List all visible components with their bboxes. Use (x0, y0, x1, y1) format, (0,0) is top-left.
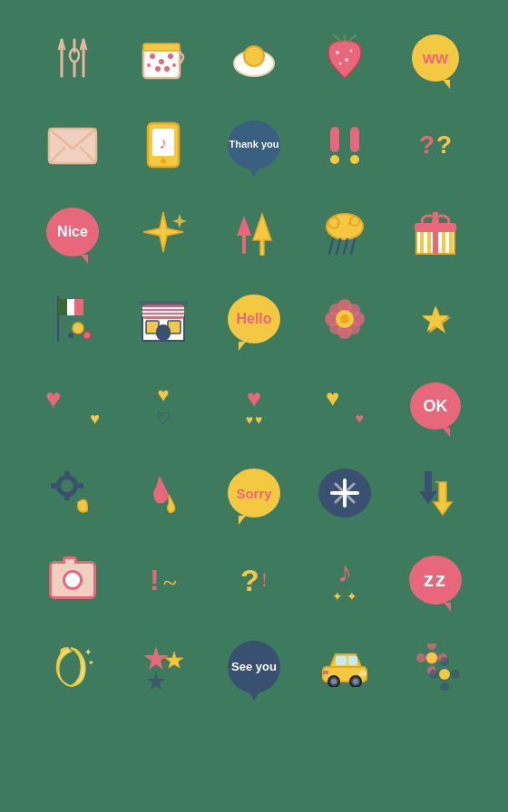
camera-lens (63, 570, 83, 590)
exclamation-sticker (326, 123, 364, 167)
svg-point-10 (150, 53, 155, 59)
svg-point-13 (155, 66, 161, 72)
cell-nice: Nice (27, 188, 118, 276)
svg-point-116 (440, 657, 449, 666)
hello-bubble-shape: Hello (228, 295, 280, 343)
svg-rect-33 (350, 127, 359, 152)
store-sticker (139, 295, 188, 343)
gift-sticker (413, 208, 458, 256)
moon-sticker: ✦ ✦ (50, 643, 95, 692)
camera-body (49, 561, 96, 599)
heart-pink-main: ♥ (247, 384, 262, 413)
cup-svg (140, 36, 187, 80)
flags-sticker (49, 295, 96, 343)
cell-star: ★ (390, 276, 481, 362)
svg-rect-71 (156, 324, 171, 341)
svg-point-16 (172, 63, 176, 67)
hearts1-sticker: ♥ ♥ (45, 383, 100, 429)
thankyou-text: Thank you (229, 139, 278, 150)
squiggle-shape: ~ (163, 568, 177, 597)
svg-point-34 (350, 155, 359, 164)
drops-svg (145, 469, 181, 517)
plus-cross-svg (328, 477, 361, 509)
svg-rect-31 (330, 127, 339, 152)
cell-exclaim-squiggle: ! ~ (118, 536, 209, 624)
envelope-svg (47, 125, 98, 165)
svg-line-44 (344, 239, 347, 254)
arrows-up-sticker (231, 208, 277, 256)
svg-point-41 (350, 217, 359, 226)
svg-marker-93 (419, 471, 437, 504)
music-sparkle-1: ✦ (332, 589, 343, 604)
drops-sticker (145, 470, 181, 516)
star-sticker: ★ (413, 296, 458, 342)
tablet-sticker: ♪ (146, 121, 181, 169)
hearts-small-row: ♥ ♥ (246, 413, 263, 428)
cell-sparkles (118, 188, 209, 276)
cell-egg (209, 14, 299, 102)
cutlery-sticker (54, 35, 91, 81)
exclaim-svg (326, 123, 364, 167)
zz-text: zz (424, 568, 447, 592)
plus-bubble-shape (318, 469, 371, 517)
thankyou-bubble-shape: Thank you (228, 121, 280, 169)
svg-point-104 (331, 679, 337, 684)
flower-cluster-sticker (412, 643, 459, 691)
svg-point-110 (427, 643, 436, 650)
cell-exclamation (299, 102, 390, 188)
stars-sticker (138, 644, 189, 690)
svg-line-43 (337, 239, 340, 254)
svg-rect-59 (67, 299, 74, 315)
sparkles-svg (140, 208, 187, 256)
svg-point-114 (426, 652, 437, 663)
cell-hello: Hello (209, 276, 299, 362)
cell-car (299, 624, 390, 710)
flower-svg (321, 295, 368, 343)
moon-svg: ✦ ✦ (50, 642, 95, 692)
svg-rect-60 (74, 299, 83, 315)
cell-ok: OK (390, 362, 481, 450)
seeyou-text: See you (231, 660, 277, 674)
sparkles-sticker (140, 208, 187, 256)
music-sticker: ♪ ✦ ✦ (332, 556, 357, 604)
cell-hearts3: ♥ ♥ ♥ (209, 362, 299, 450)
heart-big-pink: ♥ (45, 383, 62, 414)
svg-rect-102 (348, 656, 357, 665)
svg-point-112 (416, 653, 425, 662)
cell-camera (27, 536, 118, 624)
cell-envelope (27, 102, 118, 188)
cell-gear-moon (27, 450, 118, 536)
ww-sticker: WW (412, 34, 459, 82)
gear-moon-sticker (49, 469, 96, 517)
egg-svg (230, 38, 278, 78)
svg-rect-58 (58, 299, 67, 315)
svg-marker-99 (147, 672, 165, 690)
ok-bubble-shape: OK (410, 382, 461, 430)
nice-bubble-shape: Nice (46, 208, 99, 256)
heart-s1: ♥ (246, 413, 253, 428)
cell-hearts2: ♥ ♡ (118, 362, 209, 450)
question-sticker: ? ? (419, 130, 452, 160)
seeyou-bubble-shape: See you (228, 641, 280, 693)
cell-hearts1: ♥ ♥ (27, 362, 118, 450)
exclaim-squiggle-sticker: ! ~ (150, 564, 177, 597)
strawberry-sticker (324, 34, 366, 82)
cell-questions: ? ? (390, 102, 481, 188)
svg-marker-37 (237, 216, 251, 254)
nice-sticker: Nice (46, 208, 99, 256)
cell-tablet: ♪ (118, 102, 209, 188)
svg-marker-98 (165, 652, 183, 668)
cell-stars (118, 624, 209, 710)
svg-line-45 (351, 239, 355, 254)
cell-plus (299, 450, 390, 536)
svg-point-19 (244, 46, 264, 66)
rain-svg (320, 208, 369, 256)
cell-flags (27, 276, 118, 362)
cell-music: ♪ ✦ ✦ (299, 536, 390, 624)
svg-point-23 (339, 63, 342, 65)
store-svg (139, 295, 188, 343)
flower-cluster-svg (412, 643, 459, 691)
heart-outline-yellow: ♥ (157, 383, 169, 407)
hearts2-sticker: ♥ ♡ (156, 383, 171, 429)
hello-text: Hello (236, 311, 271, 327)
